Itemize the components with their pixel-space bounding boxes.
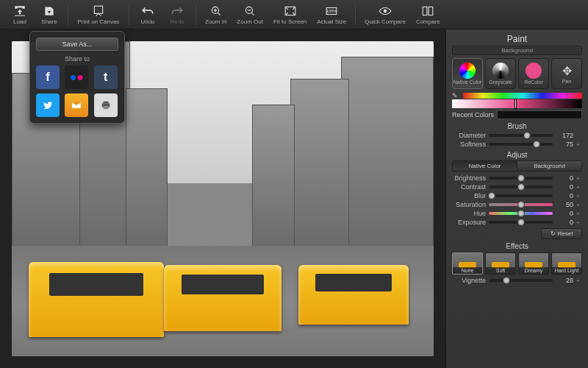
- separator: [355, 4, 356, 25]
- hue-strip[interactable]: [463, 93, 582, 99]
- load-button[interactable]: Load: [6, 3, 34, 26]
- effects-section-title: Effects: [452, 242, 582, 250]
- redo-icon: [171, 4, 184, 18]
- adjust-segment: Native Color Background: [452, 160, 582, 171]
- share-flickr-button[interactable]: ●●: [65, 66, 88, 89]
- effect-none[interactable]: None: [452, 252, 483, 275]
- brightness-slider[interactable]: [489, 177, 553, 180]
- separator: [196, 4, 196, 25]
- fit-icon: [284, 4, 297, 18]
- quick-compare-button[interactable]: Quick Compare: [360, 3, 410, 26]
- diameter-slider[interactable]: [489, 134, 553, 137]
- share-to-label: Share to: [36, 55, 118, 63]
- softness-slider[interactable]: [489, 143, 553, 146]
- adjust-section-title: Adjust: [452, 151, 582, 159]
- svg-point-6: [384, 9, 387, 13]
- recent-colors-swatches[interactable]: [497, 110, 582, 119]
- eye-icon: [379, 4, 392, 18]
- share-button[interactable]: Share: [35, 3, 63, 26]
- svg-rect-8: [429, 7, 433, 15]
- mode-recolor[interactable]: ReColor: [518, 58, 549, 89]
- grayscale-icon: [492, 63, 509, 79]
- actual-size-icon: 100%: [325, 4, 338, 18]
- brush-section-title: Brush: [452, 122, 582, 130]
- recent-colors-label: Recent Colors: [452, 111, 494, 118]
- saturation-strip[interactable]: [452, 99, 582, 108]
- canvas-area[interactable]: Save As... Share to f ●● t: [0, 29, 445, 368]
- effect-soft[interactable]: Soft: [485, 252, 516, 275]
- compare-icon: [421, 4, 434, 18]
- effects-list: None Soft Dreamy Hard Light: [452, 252, 582, 275]
- zoom-in-icon: [209, 4, 223, 18]
- download-icon: [13, 4, 26, 18]
- separator: [129, 4, 129, 25]
- color-wheel-icon: [459, 63, 476, 79]
- exposure-slider[interactable]: [489, 221, 553, 224]
- adjust-seg-native[interactable]: Native Color: [453, 161, 517, 171]
- panel-title: Paint: [452, 34, 582, 44]
- actual-size-button[interactable]: 100%Actual Size: [312, 3, 351, 26]
- print-canvas-button[interactable]: Print on Canvas: [73, 3, 124, 26]
- hue-slider[interactable]: [489, 212, 553, 215]
- share-facebook-button[interactable]: f: [36, 66, 60, 89]
- svg-rect-7: [423, 7, 428, 15]
- mode-native-color[interactable]: Native Color: [452, 58, 483, 89]
- zoom-out-icon: [243, 4, 257, 18]
- compare-button[interactable]: Compare: [412, 3, 445, 26]
- adjust-seg-background[interactable]: Background: [517, 161, 581, 171]
- mode-pan[interactable]: ✥Pan: [551, 58, 582, 89]
- background-segment[interactable]: Background: [452, 46, 582, 55]
- share-icon: [43, 4, 56, 18]
- reset-button[interactable]: ↻Reset: [541, 228, 582, 239]
- share-popup: Save As... Share to f ●● t: [29, 31, 125, 124]
- svg-rect-0: [94, 6, 102, 13]
- effect-hardlight[interactable]: Hard Light: [551, 252, 582, 275]
- svg-text:100%: 100%: [326, 9, 337, 13]
- share-tumblr-button[interactable]: t: [94, 66, 118, 89]
- effect-dreamy[interactable]: Dreamy: [518, 252, 549, 275]
- zoom-in-button[interactable]: Zoom In: [201, 3, 231, 26]
- paint-modes: Native Color Grayscale ReColor ✥Pan: [452, 58, 582, 89]
- move-icon: ✥: [562, 64, 572, 78]
- mode-grayscale[interactable]: Grayscale: [485, 58, 516, 89]
- undo-button[interactable]: Undo: [134, 3, 162, 26]
- redo-button[interactable]: Redo: [163, 3, 191, 26]
- share-print-button[interactable]: [94, 93, 118, 117]
- vignette-slider[interactable]: [489, 279, 553, 282]
- separator: [68, 4, 68, 25]
- save-as-button[interactable]: Save As...: [36, 38, 118, 51]
- saturation-slider[interactable]: [489, 203, 553, 206]
- color-marker[interactable]: [514, 99, 517, 109]
- main-toolbar: Load Share Print on Canvas Undo Redo Zoo…: [0, 0, 588, 29]
- blur-slider[interactable]: [489, 194, 553, 197]
- svg-rect-12: [103, 106, 108, 109]
- recolor-icon: [526, 63, 542, 79]
- contrast-slider[interactable]: [489, 185, 553, 188]
- eyedropper-icon[interactable]: ✎: [452, 92, 461, 99]
- fit-screen-button[interactable]: Fit to Screen: [269, 3, 311, 26]
- zoom-out-button[interactable]: Zoom Out: [232, 3, 268, 26]
- refresh-icon: ↻: [551, 230, 556, 237]
- right-panel: Paint Background Native Color Grayscale …: [445, 29, 588, 368]
- svg-rect-10: [103, 102, 108, 104]
- undo-icon: [141, 4, 154, 18]
- share-email-button[interactable]: [65, 93, 88, 117]
- share-twitter-button[interactable]: [36, 93, 60, 117]
- canvas-icon: [92, 4, 105, 18]
